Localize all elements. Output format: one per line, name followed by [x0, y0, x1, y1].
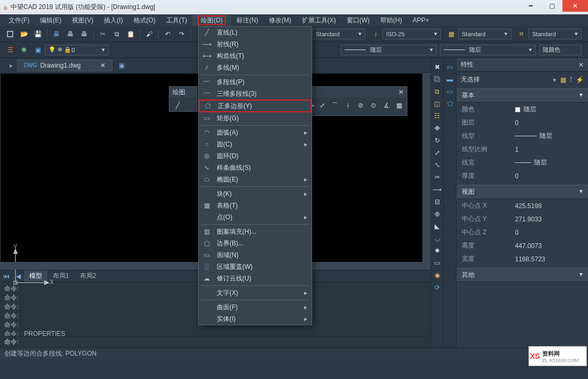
- menu-4[interactable]: 格式(O): [128, 15, 161, 26]
- menu-8[interactable]: 修改(M): [264, 15, 297, 26]
- layout-tab-2[interactable]: 布局2: [75, 270, 102, 282]
- xline-tool-icon[interactable]: ▬: [445, 74, 455, 85]
- prop-row[interactable]: 中心点 Y271.9033: [456, 212, 588, 226]
- dim-arc-icon[interactable]: ⌒: [329, 100, 341, 111]
- paste-icon[interactable]: 📋: [126, 29, 135, 39]
- pline-tool-icon[interactable]: ▭: [445, 86, 455, 97]
- redo-icon[interactable]: ↷: [177, 29, 186, 39]
- prop-row[interactable]: 高度447.0073: [456, 239, 588, 252]
- chamfer-icon[interactable]: ◣: [432, 221, 443, 232]
- mleader-style-icon[interactable]: ⤱: [517, 29, 526, 39]
- new-tab-icon[interactable]: ▣: [119, 62, 125, 69]
- menu-1[interactable]: 编辑(E): [35, 15, 67, 26]
- prop-section-header[interactable]: 基本▾: [456, 88, 588, 103]
- line-icon[interactable]: ╱: [172, 100, 183, 111]
- menu-item-text[interactable]: 文字(X)▸: [199, 287, 312, 299]
- menu-item-donut[interactable]: ◎圆环(D): [199, 150, 312, 162]
- dim-style-icon[interactable]: ⟊: [371, 29, 380, 39]
- layer-dropdown[interactable]: 💡 ❄ 🔒 0▾: [45, 45, 109, 55]
- move-icon[interactable]: ✥: [432, 123, 443, 134]
- prop-row[interactable]: 线宽随层: [456, 156, 588, 169]
- menu-item-spline[interactable]: ∿样条曲线(S): [199, 162, 312, 174]
- explode-icon[interactable]: ✸: [432, 245, 443, 256]
- layout-tab-0[interactable]: 模型: [24, 270, 47, 282]
- minimize-button[interactable]: ━: [520, 0, 541, 12]
- matchprop-icon[interactable]: 🖌: [144, 29, 154, 39]
- dim-baseline-icon[interactable]: ▦: [393, 100, 405, 111]
- copy-icon[interactable]: ⧉: [112, 29, 121, 39]
- menu-item-solid[interactable]: 实体(I)▸: [199, 313, 312, 325]
- undo-icon[interactable]: ↶: [163, 29, 173, 39]
- polygon-tool-icon[interactable]: ⬠: [445, 98, 455, 109]
- menu-10[interactable]: 窗口(W): [341, 15, 375, 26]
- lineweight-dropdown[interactable]: 随层▾: [440, 45, 536, 55]
- prop-row[interactable]: 厚度0: [456, 169, 588, 183]
- command-input[interactable]: 命令:: [0, 336, 430, 348]
- selection-row[interactable]: 无选择 ▾ ▦ ⤴ ⚡: [456, 72, 588, 87]
- prop-row[interactable]: 线型比例1: [456, 143, 588, 156]
- tab-nav-first-icon[interactable]: ⏮: [0, 273, 13, 280]
- trim-icon[interactable]: ✂: [432, 172, 443, 183]
- dim-aligned-icon[interactable]: ⤢: [316, 100, 328, 111]
- offset-icon[interactable]: ◫: [432, 98, 443, 109]
- menu-item-wipeout[interactable]: ░区域覆盖(W): [199, 261, 312, 273]
- menu-item-hatch[interactable]: ▨图案填充(H)...: [199, 226, 312, 237]
- menu-item-point[interactable]: 点(O)▸: [199, 211, 312, 223]
- menu-item-mline[interactable]: ⫽多线(M): [199, 62, 312, 73]
- prop-row[interactable]: 线型随层: [456, 129, 588, 143]
- table-style-icon[interactable]: ▦: [446, 29, 456, 39]
- line-tool-icon[interactable]: ▭: [445, 62, 455, 72]
- dim-ordinate-icon[interactable]: ⟊: [342, 100, 354, 111]
- prop-row[interactable]: 中心点 X425.5198: [456, 199, 588, 212]
- prop-section-header[interactable]: 视图▾: [456, 185, 588, 199]
- save-icon[interactable]: 💾: [33, 29, 43, 39]
- menu-item-circle[interactable]: ○圆(C)▸: [199, 138, 312, 150]
- dim-float-panel[interactable]: ✕ ⟷ ⤢ ⌒ ⟊ ⊘ ⊙ ∡ ▦ ⊞: [301, 86, 407, 116]
- layer-props-icon[interactable]: ☰: [5, 45, 15, 55]
- dim-style-dropdown[interactable]: ISO-25▾: [382, 29, 441, 39]
- menu-6[interactable]: 绘图(D): [192, 15, 231, 26]
- join-icon[interactable]: ⊕: [432, 209, 443, 219]
- menu-item-rect[interactable]: ▭矩形(G): [199, 112, 312, 124]
- scale-icon[interactable]: ⤢: [432, 147, 443, 158]
- open-icon[interactable]: 📂: [19, 29, 29, 39]
- prop-section-header[interactable]: 其他▾: [456, 268, 588, 282]
- tab-expand-icon[interactable]: ▸: [10, 62, 13, 69]
- text-style-dropdown[interactable]: Standard▾: [312, 29, 365, 39]
- array-icon[interactable]: ☷: [432, 111, 443, 121]
- menu-2[interactable]: 视图(V): [67, 15, 99, 26]
- select-objects-icon[interactable]: ⤴: [569, 76, 573, 84]
- menu-item-region[interactable]: ▭面域(N): [199, 249, 312, 261]
- layer-walk-icon[interactable]: ▣: [33, 45, 43, 55]
- copy-obj-icon[interactable]: ⿻: [432, 74, 443, 85]
- menu-item-pline[interactable]: 〰多段线(P): [199, 76, 312, 88]
- mirror-icon[interactable]: ⧉: [432, 86, 443, 97]
- menu-item-arc[interactable]: ◠圆弧(A)▸: [199, 127, 312, 138]
- menu-5[interactable]: 工具(T): [161, 15, 192, 26]
- plotcolor-dropdown[interactable]: 随颜色: [539, 45, 582, 55]
- menu-7[interactable]: 标注(N): [231, 15, 264, 26]
- prop-row[interactable]: 宽度1168.5723: [456, 252, 588, 266]
- canvas-scroll-v[interactable]: [422, 73, 430, 269]
- menu-item-ray[interactable]: ⟶射线(R): [199, 38, 312, 50]
- erase-icon[interactable]: ✖: [432, 62, 443, 72]
- toggle-pickadd-icon[interactable]: ⚡: [576, 76, 584, 84]
- menu-12[interactable]: APP+: [407, 15, 435, 25]
- menu-9[interactable]: 扩展工具(X): [297, 15, 341, 26]
- plot-icon[interactable]: 🖶: [79, 29, 89, 39]
- close-button[interactable]: ✕: [562, 0, 588, 12]
- mleader-style-dropdown[interactable]: Standard▾: [528, 29, 582, 39]
- draw-float-panel[interactable]: 绘图 ╱: [169, 86, 198, 112]
- layer-iso-icon[interactable]: ✽: [19, 45, 29, 55]
- menu-item-ellipse[interactable]: ⬭椭圆(E)▸: [199, 174, 312, 185]
- menu-item-table[interactable]: ▦表格(T): [199, 200, 312, 211]
- menu-item-polygon[interactable]: ⬠正多边形(Y): [199, 100, 312, 112]
- linetype-dropdown[interactable]: 随层▾: [341, 45, 437, 55]
- prop-row[interactable]: 颜色随层: [456, 103, 588, 116]
- dim-radius-icon[interactable]: ⊘: [355, 100, 366, 111]
- rotate-icon[interactable]: ↻: [432, 135, 443, 146]
- menu-item-revcloud[interactable]: ☁修订云线(U): [199, 273, 312, 284]
- menu-item-line[interactable]: ╱直线(L): [199, 27, 312, 38]
- prop-row[interactable]: 中心点 Z0: [456, 226, 588, 239]
- menu-3[interactable]: 插入(I): [99, 15, 128, 26]
